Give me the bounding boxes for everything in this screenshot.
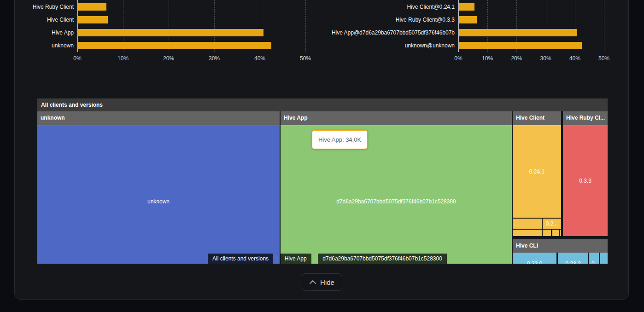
breadcrumb-segment[interactable]: d7d6a29ba6707bbd5075df376f46b07b1c528300: [318, 254, 447, 264]
treemap-title: All clients and versions: [37, 98, 608, 111]
x-tick-label: 10%: [474, 55, 501, 62]
treemap-cell[interactable]: unknown: [37, 125, 280, 264]
hide-button[interactable]: Hide: [302, 273, 342, 291]
x-tick-label: 40%: [561, 55, 589, 62]
treemap-cell[interactable]: 0.23.0: [513, 253, 556, 264]
category-label: Hive App@d7d6a29ba6707bbd5075df376f46b07…: [316, 29, 455, 36]
treemap-cell[interactable]: 0.24.1: [513, 125, 561, 218]
treemap-cell[interactable]: 0.3.3: [563, 125, 608, 236]
treemap-section-unknown: unknownunknown: [37, 111, 280, 264]
bar-hive-client-0-24-1[interactable]: [459, 3, 474, 11]
treemap-cell[interactable]: [552, 230, 559, 236]
treemap-cell-label: 0.23.2: [558, 260, 588, 264]
treemap-cell-label: 0.: [589, 260, 599, 264]
treemap-cell-label: 0.23.0: [513, 260, 556, 264]
treemap-cell[interactable]: [513, 230, 542, 236]
breadcrumb-separator-icon: ❱: [311, 254, 318, 264]
breadcrumb-segment[interactable]: Hive App: [280, 254, 311, 264]
treemap-cell[interactable]: 0.2...: [543, 219, 561, 229]
treemap-cell[interactable]: [513, 219, 542, 229]
treemap-cell-label: unknown: [37, 198, 280, 205]
hide-button-label: Hide: [320, 278, 334, 286]
treemap-cell[interactable]: 0.: [589, 253, 599, 264]
treemap-cell[interactable]: [600, 253, 608, 264]
treemap-section-hive-ruby-cl-: Hive Ruby Cl...0.3.3: [563, 111, 608, 236]
treemap-section-header[interactable]: Hive App: [281, 111, 512, 125]
category-label: Hive Client@0.24.1: [316, 3, 455, 11]
x-tick-label: 0%: [445, 55, 472, 62]
x-tick-label: 20%: [503, 55, 530, 62]
bar-hive-app-d7d6a29ba6707bbd5075df376f46b07b[interactable]: [459, 29, 577, 36]
treemap-section-hive-client: Hive Client0.24.10.2...: [513, 111, 561, 236]
x-tick-label: 30%: [532, 55, 560, 62]
breadcrumb-separator-icon: ❱: [273, 254, 280, 264]
treemap-section-header[interactable]: Hive CLI: [513, 239, 608, 253]
treemap-section-hive-cli: Hive CLI0.23.00.23.20.: [513, 239, 608, 264]
treemap-section-header[interactable]: Hive Client: [513, 111, 561, 125]
category-label: unknown@unknown: [316, 42, 455, 49]
chevron-up-icon: [310, 280, 316, 284]
treemap-cell[interactable]: 0.23.2: [558, 253, 588, 264]
client-versions-bar-chart[interactable]: 0%10%20%30%40%50%Hive Client@0.24.1Hive …: [0, 0, 644, 64]
treemap-breadcrumb: All clients and versions❱Hive App❱d7d6a2…: [208, 254, 447, 264]
treemap-section-header[interactable]: unknown: [37, 111, 280, 125]
treemap-cell-label: d7d6a29ba6707bbd5075df376f46b07b1c528300: [281, 198, 512, 205]
x-tick-label: 50%: [590, 55, 618, 62]
treemap-tooltip-text: Hive App: 34.0K: [318, 136, 361, 143]
treemap-cell[interactable]: [543, 230, 551, 236]
treemap-tooltip: Hive App: 34.0K: [312, 130, 368, 149]
treemap-section-header[interactable]: Hive Ruby Cl...: [563, 111, 608, 125]
treemap-cell[interactable]: [560, 230, 561, 236]
x-gridline: [604, 0, 604, 52]
bar-unknown-unknown[interactable]: [459, 42, 582, 49]
category-label: Hive Ruby Client@0.3.3: [316, 16, 455, 23]
clients-treemap[interactable]: All clients and versions unknownunknownH…: [37, 98, 608, 264]
breadcrumb-segment[interactable]: All clients and versions: [208, 254, 273, 264]
bar-hive-ruby-client-0-3-3[interactable]: [459, 16, 477, 23]
insights-dashboard: 0%10%20%30%40%50%Hive Ruby ClientHive Cl…: [0, 0, 644, 312]
